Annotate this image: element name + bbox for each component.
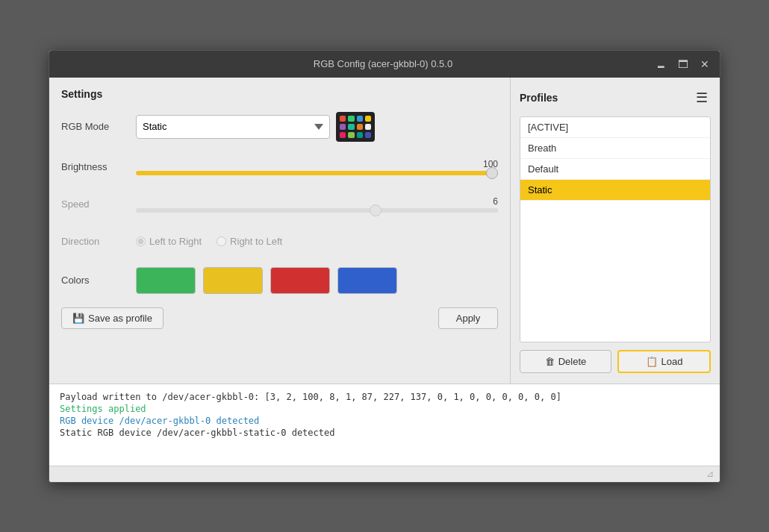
profiles-panel: Profiles ☰ [ACTIVE] Breath Default Stati… [511, 78, 720, 384]
window-title: RGB Config (acer-gkbbl-0) 0.5.0 [115, 58, 651, 69]
grid-dot-9 [340, 132, 346, 138]
direction-left-label: Left to Right [149, 236, 202, 247]
grid-dot-3 [357, 116, 363, 122]
minimize-button[interactable]: 🗕 [651, 57, 670, 72]
profiles-list: [ACTIVE] Breath Default Static [520, 116, 711, 342]
rgb-mode-label: RGB Mode [61, 121, 136, 132]
save-profile-button[interactable]: 💾 Save as profile [61, 307, 164, 329]
speed-slider-container: 6 [136, 196, 498, 213]
load-profile-button[interactable]: 📋 Load [617, 350, 711, 373]
grid-dot-7 [357, 124, 363, 130]
direction-control: Left to Right Right to Left [136, 236, 498, 247]
brightness-slider-container: 100 [136, 159, 498, 175]
grid-dot-1 [340, 116, 346, 122]
rgb-mode-select[interactable]: Static Breath Neon Wave Shifting Zoom [136, 115, 330, 139]
grid-dot-8 [365, 124, 371, 130]
save-icon: 💾 [72, 313, 84, 324]
direction-label: Direction [61, 236, 136, 247]
grid-dot-4 [365, 116, 371, 122]
delete-profile-button[interactable]: 🗑 Delete [520, 350, 611, 373]
settings-title: Settings [61, 88, 498, 100]
direction-options: Left to Right Right to Left [136, 236, 498, 247]
resize-handle[interactable]: ⊿ [706, 469, 717, 479]
rgb-mode-row: RGB Mode Static Breath Neon Wave Shiftin… [61, 112, 498, 142]
grid-dot-6 [348, 124, 354, 130]
profile-item-active[interactable]: [ACTIVE] [520, 117, 710, 138]
color-swatch-3[interactable] [270, 267, 330, 294]
profiles-title: Profiles [520, 92, 558, 104]
statusbar: ⊿ [49, 466, 720, 482]
load-icon: 📋 [646, 356, 658, 367]
color-swatch-2[interactable] [203, 267, 263, 294]
profile-item-breath[interactable]: Breath [520, 138, 710, 159]
load-label: Load [661, 356, 683, 367]
profiles-header: Profiles ☰ [520, 88, 711, 107]
main-content: Settings RGB Mode Static Breath Neon Wav… [49, 78, 720, 384]
save-label: Save as profile [88, 313, 152, 324]
direction-left-radio[interactable] [136, 237, 146, 246]
apply-label: Apply [456, 313, 481, 324]
direction-row: Direction Left to Right Right to Left [61, 230, 498, 254]
settings-panel: Settings RGB Mode Static Breath Neon Wav… [49, 78, 511, 384]
trash-icon: 🗑 [545, 356, 555, 367]
brightness-slider[interactable] [136, 171, 498, 175]
direction-right-radio[interactable] [217, 237, 226, 246]
profiles-actions: 🗑 Delete 📋 Load [520, 350, 711, 373]
brightness-control: 100 [136, 159, 498, 175]
log-line-1: Payload written to /dev/acer-gkbbl-0: [3… [60, 392, 709, 402]
speed-slider[interactable] [136, 208, 498, 213]
speed-row: Speed 6 [61, 193, 498, 216]
direction-left-option[interactable]: Left to Right [136, 236, 202, 247]
window-controls: 🗕 🗖 ✕ [651, 57, 714, 72]
colors-row: Colors [61, 267, 498, 294]
settings-actions: 💾 Save as profile Apply [61, 307, 498, 329]
grid-dot-11 [357, 132, 363, 138]
speed-control: 6 [136, 196, 498, 213]
direction-right-label: Right to Left [230, 236, 282, 247]
delete-label: Delete [558, 356, 587, 367]
log-line-4: Static RGB device /dev/acer-gkbbl-static… [60, 428, 709, 438]
rgb-mode-control: Static Breath Neon Wave Shifting Zoom [136, 112, 498, 142]
profile-item-default[interactable]: Default [520, 159, 710, 180]
color-grid-button[interactable] [336, 112, 375, 142]
brightness-row: Brightness 100 [61, 155, 498, 179]
direction-right-option[interactable]: Right to Left [217, 236, 282, 247]
apply-button[interactable]: Apply [438, 307, 498, 329]
grid-dot-10 [348, 132, 354, 138]
colors-label: Colors [61, 275, 136, 286]
profiles-menu-button[interactable]: ☰ [693, 88, 711, 107]
grid-dot-5 [340, 124, 346, 130]
log-line-3: RGB device /dev/acer-gkbbl-0 detected [60, 416, 709, 426]
grid-dot-2 [348, 116, 354, 122]
brightness-label: Brightness [61, 161, 136, 172]
log-line-2: Settings applied [60, 404, 709, 414]
color-swatch-1[interactable] [136, 267, 196, 294]
log-panel: Payload written to /dev/acer-gkbbl-0: [3… [49, 384, 720, 466]
titlebar: RGB Config (acer-gkbbl-0) 0.5.0 🗕 🗖 ✕ [49, 51, 720, 78]
grid-dot-12 [365, 132, 371, 138]
close-button[interactable]: ✕ [696, 57, 714, 72]
colors-control [136, 267, 498, 294]
speed-label: Speed [61, 198, 136, 210]
color-swatches [136, 267, 498, 294]
profile-item-static[interactable]: Static [520, 180, 710, 201]
main-window: RGB Config (acer-gkbbl-0) 0.5.0 🗕 🗖 ✕ Se… [49, 50, 720, 483]
maximize-button[interactable]: 🗖 [673, 57, 693, 72]
color-swatch-4[interactable] [337, 267, 397, 294]
